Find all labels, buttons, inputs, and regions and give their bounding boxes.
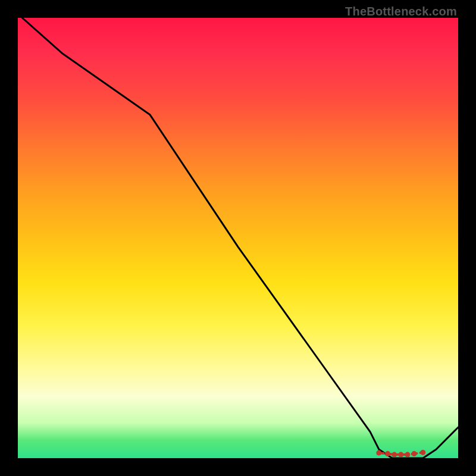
marker-dot bbox=[405, 452, 410, 458]
marker-dot bbox=[385, 451, 390, 456]
marker-dot bbox=[392, 452, 397, 458]
marker-dot bbox=[376, 450, 381, 456]
chart-stage: TheBottleneck.com bbox=[0, 0, 476, 476]
main-curve bbox=[22, 18, 458, 458]
marker-dot bbox=[420, 450, 425, 455]
marker-dot bbox=[398, 452, 403, 458]
plot-area bbox=[18, 18, 458, 458]
marker-group bbox=[376, 450, 425, 458]
marker-dot bbox=[412, 451, 417, 456]
chart-svg bbox=[18, 18, 458, 458]
watermark-text: TheBottleneck.com bbox=[345, 5, 457, 18]
curve-path bbox=[22, 18, 458, 458]
